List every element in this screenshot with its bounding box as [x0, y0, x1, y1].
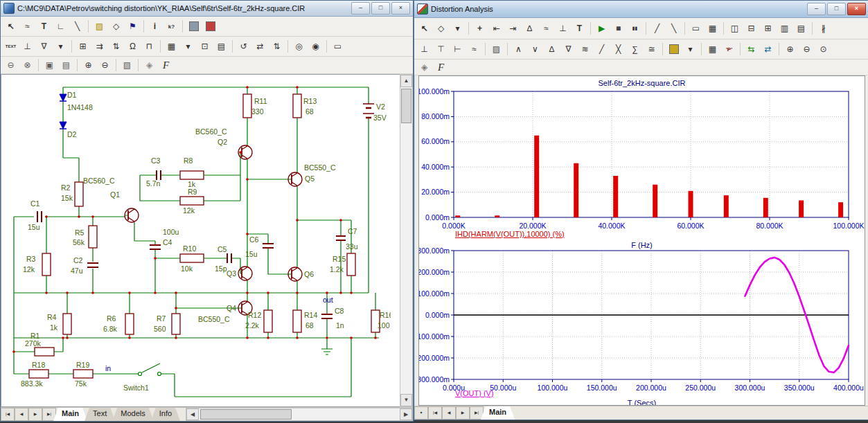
- tab-main[interactable]: Main: [481, 406, 515, 420]
- scroll-left-button[interactable]: ◀: [186, 408, 199, 420]
- layout-book-icon[interactable]: ▤: [793, 21, 809, 36]
- go-to-dropdown-icon[interactable]: ▾: [682, 42, 698, 57]
- info-circle-icon[interactable]: ⊖: [3, 57, 19, 73]
- tab-scroll-button[interactable]: ▾: [414, 406, 428, 420]
- text-mode-icon[interactable]: T: [572, 21, 587, 36]
- tab-scroll-button[interactable]: ▶|: [470, 406, 484, 420]
- horizontal-tag-icon[interactable]: ⇤: [488, 21, 504, 36]
- tab-scroll-button[interactable]: ▶: [28, 408, 42, 421]
- layout-stack-icon[interactable]: ⊟: [743, 21, 759, 36]
- step-icon[interactable]: ⇉: [91, 39, 107, 54]
- resistor-icon[interactable]: Ω: [125, 39, 141, 54]
- vertical-tag-icon[interactable]: ⇥: [505, 21, 521, 36]
- vertical-scroll-thumb[interactable]: [401, 89, 411, 123]
- properties-icon[interactable]: ◈: [416, 60, 432, 75]
- wave-icon[interactable]: ≋: [577, 42, 593, 57]
- horizontal-scroll-thumb[interactable]: [200, 409, 292, 420]
- font-icon[interactable]: F: [158, 57, 174, 73]
- tab-scroll-button[interactable]: ▶|: [42, 408, 56, 421]
- minimize-button[interactable]: –: [351, 2, 370, 15]
- schematic-titlebar[interactable]: C:\MC9\DATA\Petrov\switching distortion\…: [1, 1, 413, 17]
- schematic-canvas[interactable]: D11N4148D2R215kBC560_CQ1C35.7nR81kR912kB…: [1, 75, 391, 406]
- zoom-in-icon[interactable]: ⊕: [80, 57, 96, 73]
- zoom-out-icon[interactable]: ⊖: [97, 57, 113, 73]
- tab-scroll-button[interactable]: ◀: [442, 406, 456, 420]
- p-key-icon[interactable]: 'P': [721, 42, 737, 57]
- vertical-scroll-track[interactable]: [400, 87, 412, 394]
- envelope-icon[interactable]: ≅: [644, 42, 659, 57]
- diagonal-wire-icon[interactable]: ╲: [69, 19, 85, 34]
- mode-icon[interactable]: ◈: [141, 57, 157, 73]
- object-dropdown-icon[interactable]: ▾: [450, 21, 466, 36]
- horizontal-scrollbar[interactable]: ◀ ▶: [186, 408, 413, 421]
- panel-box-icon[interactable]: ▭: [688, 21, 704, 36]
- paste-icon[interactable]: ▤: [58, 57, 74, 73]
- close-button[interactable]: ×: [847, 3, 866, 15]
- palette-icon[interactable]: [202, 19, 218, 34]
- probe-down-icon[interactable]: ⊥: [416, 42, 432, 57]
- graph-object-icon[interactable]: ◇: [433, 21, 449, 36]
- tab-scroll-button[interactable]: ▶: [456, 406, 470, 420]
- rise-icon[interactable]: ∆: [544, 42, 560, 57]
- tab-text[interactable]: Text: [85, 408, 115, 421]
- measure-icon[interactable]: ≈: [538, 21, 554, 36]
- stop-button[interactable]: ■: [610, 21, 626, 36]
- valley-icon[interactable]: ∨: [527, 42, 543, 57]
- layout-wide-icon[interactable]: ▥: [777, 21, 792, 36]
- swap-icon[interactable]: ⇅: [108, 39, 124, 54]
- attribute-icon[interactable]: ∇: [36, 39, 52, 54]
- layout-columns-icon[interactable]: ◫: [727, 21, 743, 36]
- text-mode-icon[interactable]: T: [36, 19, 52, 34]
- probe-icon[interactable]: ⊥: [555, 21, 571, 36]
- line-icon[interactable]: ╱: [649, 21, 665, 36]
- panel-grid-icon[interactable]: ▦: [705, 21, 720, 36]
- copy-icon[interactable]: ▣: [42, 57, 57, 73]
- pattern-dropdown-icon[interactable]: ▾: [180, 39, 196, 54]
- polyline-icon[interactable]: ╲: [666, 21, 682, 36]
- signal-label-vout[interactable]: V(OUT) (V): [455, 389, 494, 397]
- snapshot-icon[interactable]: ▧: [119, 57, 135, 73]
- find-icon[interactable]: ◎: [291, 39, 307, 54]
- slope-tag-icon[interactable]: ∆: [522, 21, 538, 36]
- sheet-icon[interactable]: ▤: [213, 39, 229, 54]
- tab-scroll-button[interactable]: |◀: [428, 406, 442, 420]
- text-stamp-icon[interactable]: TEXT: [3, 39, 19, 54]
- smooth-wave-icon[interactable]: ≈: [466, 42, 482, 57]
- signal-label-ihd[interactable]: IHD(HARM(V(OUT)),10000) (%): [455, 230, 565, 238]
- fall-icon[interactable]: ∇: [560, 42, 576, 57]
- harmonic-distortion-plot[interactable]: 0.000K20.000K40.000K60.000K80.000K100.00…: [419, 89, 865, 235]
- slope-up-icon[interactable]: ╱: [594, 42, 610, 57]
- component-mode-icon[interactable]: ≈: [19, 19, 35, 34]
- magnify-icon[interactable]: ⊙: [815, 42, 831, 57]
- close-button[interactable]: ×: [391, 2, 410, 15]
- flag-mode-icon[interactable]: ⚑: [125, 19, 141, 34]
- go-to-icon[interactable]: [666, 42, 682, 57]
- help-mode-icon[interactable]: k?: [163, 19, 179, 34]
- flip-horizontal-icon[interactable]: ⇄: [252, 39, 268, 54]
- info-mode-icon[interactable]: i: [147, 19, 163, 34]
- flip-vertical-icon[interactable]: ⇅: [269, 39, 285, 54]
- zoom-out-icon[interactable]: ⊖: [799, 42, 815, 57]
- cursor-cross-icon[interactable]: +: [472, 21, 488, 36]
- graphics-mode-icon[interactable]: ▨: [91, 19, 107, 34]
- select-arrow-icon[interactable]: ↖: [3, 19, 19, 34]
- layout-grid-icon[interactable]: ⊞: [760, 21, 776, 36]
- ground-icon[interactable]: ⊥: [19, 39, 35, 54]
- accumulate-icon[interactable]: ⇄: [760, 42, 776, 57]
- tab-main[interactable]: Main: [53, 408, 87, 421]
- grid-icon[interactable]: ⊞: [75, 39, 91, 54]
- pattern-icon[interactable]: ▦: [163, 39, 179, 54]
- output-waveform-plot[interactable]: 0.000u50.000u100.000u150.000u200.000u250…: [419, 248, 865, 397]
- horizontal-scroll-track[interactable]: [199, 408, 400, 420]
- close-circle-icon[interactable]: ⊗: [19, 57, 35, 73]
- vertical-scrollbar[interactable]: ▲ ▼: [400, 74, 413, 407]
- scroll-up-button[interactable]: ▲: [400, 75, 412, 87]
- scroll-down-button[interactable]: ▼: [400, 394, 412, 406]
- tab-info[interactable]: Info: [151, 408, 180, 421]
- analysis-titlebar[interactable]: Distortion Analysis – □ ×: [414, 1, 868, 18]
- peak-icon[interactable]: ∧: [511, 42, 526, 57]
- border-icon[interactable]: ⊡: [197, 39, 213, 54]
- maximize-button[interactable]: □: [371, 2, 390, 15]
- wire-mode-icon[interactable]: ∟: [53, 19, 69, 34]
- data-table-icon[interactable]: ▦: [705, 42, 720, 57]
